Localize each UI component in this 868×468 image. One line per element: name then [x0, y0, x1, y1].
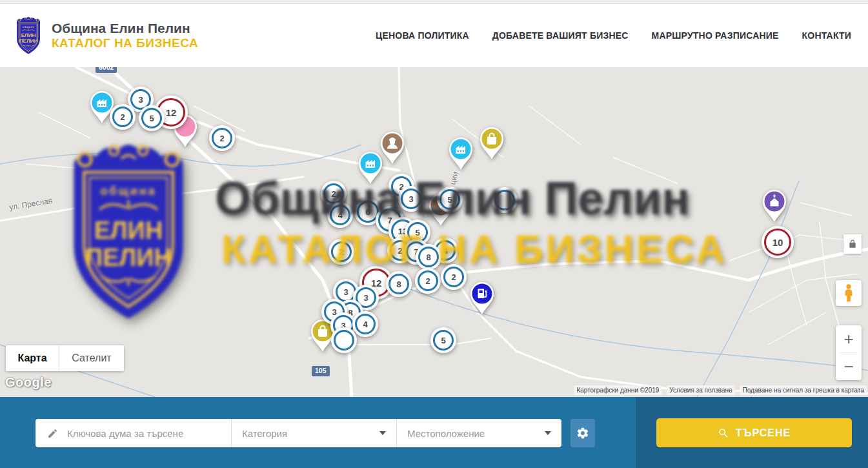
zoom-in-button[interactable]: + [836, 325, 862, 352]
map-marker-pin fuel-icon[interactable] [468, 280, 496, 318]
nav-item[interactable]: ЦЕНОВА ПОЛИТИКА [376, 30, 469, 41]
pencil-icon [47, 428, 58, 439]
map-marker-cluster[interactable]: 10 [762, 226, 794, 258]
chevron-down-icon [545, 431, 551, 435]
nav-item[interactable]: МАРШРУТНО РАЗПИСАНИЕ [652, 30, 779, 41]
chevron-down-icon [379, 431, 386, 435]
keyword-input[interactable] [66, 427, 231, 440]
map-marker-pin church-icon[interactable] [760, 187, 789, 226]
category-select[interactable]: Категория [231, 419, 396, 447]
search-icon [718, 427, 729, 439]
pegman-icon [842, 283, 855, 303]
map-marker-cluster[interactable]: 8 [416, 244, 441, 270]
map-marker-cluster[interactable]: 5 [437, 187, 463, 212]
map-marker-cluster[interactable]: 2 [441, 264, 467, 290]
search-bar-right: ТЪРСЕНЕ [636, 397, 868, 468]
map-marker-cluster[interactable]: 5 [139, 105, 165, 131]
street-view-pegman-button[interactable] [836, 280, 862, 306]
nav-item[interactable]: ДОБАВЕТЕ ВАШИЯТ БИЗНЕС [492, 30, 629, 41]
map-marker-cluster[interactable] [331, 327, 357, 353]
municipality-shield-icon [13, 15, 44, 56]
map-marker-cluster[interactable]: 3 [398, 186, 424, 212]
keyword-field[interactable] [35, 419, 231, 447]
map-marker-cluster[interactable]: 2 [110, 104, 136, 130]
map-markers-layer: 12325222356471352274812822338334510 [0, 67, 868, 397]
category-select-value: Категория [242, 428, 287, 439]
search-bar-left: Категория Местоположение [0, 397, 636, 468]
search-button-label: ТЪРСЕНЕ [736, 427, 791, 439]
map-type-control: Карта Сателит [6, 345, 124, 371]
google-logo[interactable]: Google [5, 375, 52, 390]
map-marker-cluster[interactable]: 2 [415, 268, 441, 294]
map-marker-cluster[interactable]: 2 [328, 239, 354, 265]
map-marker-pin factory-icon[interactable] [356, 149, 385, 188]
gear-icon [576, 427, 589, 440]
site-title: Община Елин Пелин [52, 21, 198, 36]
location-select-value: Местоположение [407, 428, 485, 439]
lock-button[interactable] [843, 234, 862, 254]
map-marker-cluster[interactable]: 4 [352, 311, 378, 337]
zoom-out-button[interactable]: − [836, 353, 862, 380]
site-logo[interactable]: Община Елин Пелин КАТАЛОГ НА БИЗНЕСА [13, 15, 198, 56]
attribution-link[interactable]: Подаване на сигнал за грешка в картата [740, 385, 867, 395]
attribution-link[interactable]: Условия за ползване [667, 385, 734, 395]
search-fields: Категория Местоположение [35, 419, 561, 447]
zoom-control: + − [836, 325, 862, 380]
search-submit-button[interactable]: ТЪРСЕНЕ [656, 418, 852, 447]
map-marker-cluster[interactable]: 8 [386, 271, 412, 297]
map-type-map-button[interactable]: Карта [6, 345, 59, 371]
advanced-search-button[interactable] [570, 419, 595, 447]
location-select[interactable]: Местоположение [396, 419, 561, 447]
map-attribution: Картографски данни ©2019Условия за ползв… [574, 385, 867, 395]
map-marker-pin factory-icon[interactable] [447, 135, 475, 174]
map-marker-cluster[interactable] [492, 187, 518, 213]
header: Община Елин Пелин КАТАЛОГ НА БИЗНЕСА ЦЕН… [0, 4, 868, 67]
map-type-satellite-button[interactable]: Сателит [59, 345, 124, 371]
search-bar: Категория Местоположение ТЪРСЕНЕ [0, 397, 868, 468]
map[interactable]: 6002105ул. Преславбул. „Новоселции 12325… [0, 67, 868, 397]
map-marker-pin shopping-bag-icon[interactable] [478, 125, 506, 163]
nav-item[interactable]: КОНТАКТИ [802, 30, 851, 41]
map-marker-cluster[interactable]: 4 [327, 202, 353, 228]
attribution-text: Картографски данни ©2019 [574, 385, 661, 395]
main-nav: ЦЕНОВА ПОЛИТИКАДОБАВЕТЕ ВАШИЯТ БИЗНЕСМАР… [376, 30, 851, 41]
map-marker-cluster[interactable]: 2 [209, 125, 235, 151]
site-subtitle: КАТАЛОГ НА БИЗНЕСА [52, 36, 198, 50]
lock-icon [848, 239, 857, 249]
map-marker-cluster[interactable]: 5 [430, 327, 456, 353]
page: община ЕЛИН ПЕЛИН Община Елин Пелин КАТА… [0, 0, 868, 468]
